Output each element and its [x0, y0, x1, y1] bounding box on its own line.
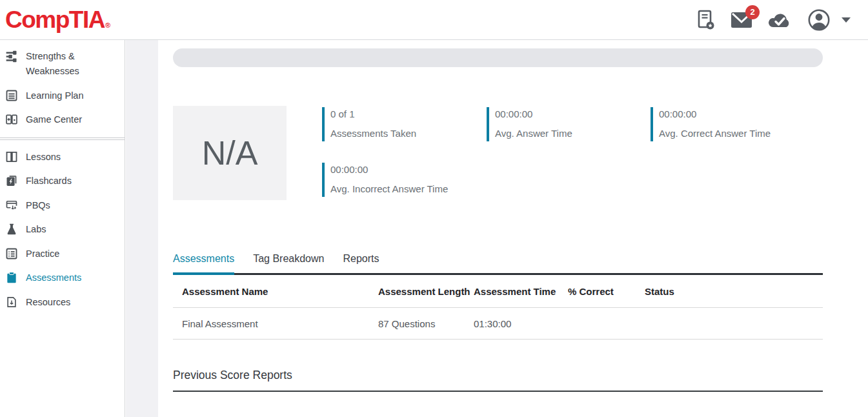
- stat-value: 00:00:00: [330, 164, 448, 175]
- cell-assessment-length: 87 Questions: [378, 318, 474, 329]
- practice-icon: [5, 247, 18, 260]
- sidebar-item-label: Strengths & Weaknesses: [26, 49, 121, 79]
- mail-icon[interactable]: 2: [731, 12, 752, 28]
- col-assessment-length: Assessment Length: [378, 284, 474, 300]
- sidebar-item-flashcards[interactable]: Flashcards: [0, 169, 125, 193]
- assessment-table-header: Assessment Name Assessment Length Assess…: [173, 275, 823, 308]
- main-content: N/A 0 of 1 Assessments Taken 00:00:00 Av…: [158, 40, 868, 417]
- sidebar-item-assessments[interactable]: Assessments: [0, 266, 125, 290]
- stat-label: Avg. Correct Answer Time: [659, 128, 771, 139]
- comptia-logo[interactable]: CompTIA ®: [5, 8, 110, 32]
- header-icon-group: 2: [696, 8, 851, 32]
- top-header: CompTIA ® 2: [0, 0, 868, 40]
- sidebar-item-labs[interactable]: Labs: [0, 218, 125, 241]
- assessments-icon: [5, 271, 18, 284]
- score-report-icon[interactable]: [696, 9, 716, 31]
- stat-label: Avg. Incorrect Answer Time: [330, 183, 448, 194]
- col-percent-correct: % Correct: [568, 284, 645, 300]
- stat-avg-answer-time: 00:00:00 Avg. Answer Time: [487, 107, 572, 141]
- labs-icon: [5, 223, 18, 236]
- sidebar-item-label: Labs: [26, 222, 46, 237]
- overall-progress-bar: [173, 48, 823, 67]
- sidebar-item-lessons[interactable]: Lessons: [0, 145, 125, 169]
- sidebar-item-label: Assessments: [26, 270, 81, 285]
- mail-unread-badge: 2: [745, 5, 760, 19]
- col-assessment-name: Assessment Name: [173, 284, 378, 300]
- flashcards-icon: [5, 174, 18, 187]
- lessons-icon: [5, 150, 18, 163]
- sidebar-item-label: Practice: [26, 247, 59, 261]
- stat-assessments-taken: 0 of 1 Assessments Taken: [322, 107, 416, 141]
- tab-tag-breakdown[interactable]: Tag Breakdown: [253, 253, 324, 273]
- sidebar-nav: Strengths & Weaknesses Learning Plan Gam…: [0, 40, 125, 417]
- pbqs-icon: [5, 199, 18, 212]
- resources-icon: [5, 296, 18, 309]
- sidebar-item-practice[interactable]: Practice: [0, 242, 125, 266]
- strengths-weaknesses-icon: [5, 50, 18, 63]
- sidebar-item-game-center[interactable]: Game Center: [0, 108, 125, 132]
- stat-value: 00:00:00: [495, 108, 572, 119]
- stat-label: Assessments Taken: [330, 128, 416, 139]
- sidebar-item-resources[interactable]: Resources: [0, 290, 125, 314]
- stat-avg-incorrect-answer-time: 00:00:00 Avg. Incorrect Answer Time: [322, 163, 448, 197]
- stat-value: 0 of 1: [330, 108, 416, 119]
- overall-score-value: N/A: [202, 134, 258, 172]
- tab-reports[interactable]: Reports: [343, 253, 379, 273]
- sidebar-item-learning-plan[interactable]: Learning Plan: [0, 84, 125, 108]
- cell-assessment-time: 01:30:00: [474, 318, 568, 329]
- table-row-final-assessment[interactable]: Final Assessment 87 Questions 01:30:00: [173, 308, 823, 340]
- stat-value: 00:00:00: [659, 108, 771, 119]
- col-assessment-time: Assessment Time: [474, 284, 568, 300]
- sidebar-item-pbqs[interactable]: PBQs: [0, 194, 125, 218]
- chevron-down-icon[interactable]: [841, 17, 851, 23]
- registered-mark: ®: [105, 22, 110, 29]
- overall-score-box: N/A: [173, 106, 287, 200]
- cell-assessment-name: Final Assessment: [173, 318, 378, 329]
- tab-assessments[interactable]: Assessments: [173, 253, 234, 273]
- cell-status: [645, 318, 823, 329]
- sidebar-divider: [0, 137, 125, 140]
- cloud-sync-icon[interactable]: [767, 11, 792, 29]
- sidebar-item-label: Flashcards: [26, 174, 72, 188]
- cell-percent-correct: [568, 318, 645, 329]
- score-summary: N/A 0 of 1 Assessments Taken 00:00:00 Av…: [173, 106, 823, 203]
- previous-score-reports-rule: [173, 391, 823, 392]
- assessment-tabs: Assessments Tag Breakdown Reports: [173, 253, 823, 275]
- sidebar-item-strengths-weaknesses[interactable]: Strengths & Weaknesses: [0, 45, 125, 84]
- stat-avg-correct-answer-time: 00:00:00 Avg. Correct Answer Time: [651, 107, 771, 141]
- learning-plan-icon: [5, 89, 18, 102]
- content-gutter: [126, 40, 158, 417]
- previous-score-reports-title: Previous Score Reports: [173, 369, 823, 382]
- sidebar-item-label: Game Center: [26, 112, 82, 127]
- game-center-icon: [5, 113, 18, 126]
- sidebar-item-label: Lessons: [26, 150, 61, 165]
- sidebar-item-label: PBQs: [26, 198, 50, 213]
- logo-text: CompTIA: [5, 8, 105, 32]
- col-status: Status: [645, 284, 823, 300]
- stat-label: Avg. Answer Time: [495, 128, 572, 139]
- account-icon[interactable]: [807, 8, 831, 32]
- sidebar-item-label: Learning Plan: [26, 88, 84, 103]
- sidebar-item-label: Resources: [26, 295, 70, 310]
